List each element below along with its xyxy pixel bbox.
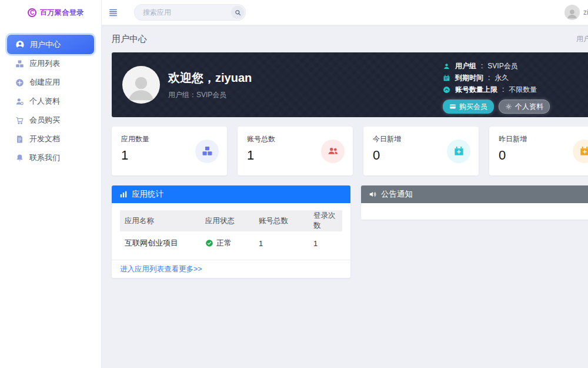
- users-icon: [321, 140, 345, 163]
- hero-avatar: [122, 66, 160, 104]
- check-circle-icon: [205, 239, 213, 247]
- cart-icon: [15, 116, 24, 125]
- panel-title: 应用统计: [132, 189, 163, 200]
- sidebar-item-app-list[interactable]: 应用列表: [0, 54, 101, 73]
- profile-button[interactable]: 个人资料: [499, 100, 550, 114]
- arrow-up-circle-icon: [443, 86, 450, 94]
- view-more-link[interactable]: 进入应用列表查看更多>>: [120, 264, 202, 274]
- document-icon: [15, 135, 24, 144]
- sidebar-item-label: 个人资料: [29, 96, 60, 107]
- table-row: 互联网创业项目 正常 1: [120, 231, 342, 255]
- info-separator: :: [488, 74, 490, 82]
- calendar-icon: [443, 74, 450, 82]
- info-label: 用户组: [455, 61, 476, 71]
- sidebar-item-docs[interactable]: 开发文档: [0, 130, 101, 148]
- app-stats-table-wrap: 应用名称 应用状态 账号总数 登录次数 互联网创业项目: [112, 203, 350, 260]
- app-stats-header: 应用统计: [112, 185, 350, 203]
- app-status-cell: 正常: [201, 231, 254, 255]
- info-row-account-limit: 账号数量上限 : 不限数量: [443, 84, 550, 95]
- hero-texts: 欢迎您，ziyuan 用户组：SVIP会员: [168, 70, 252, 100]
- info-value: 不限数量: [509, 85, 537, 95]
- info-value: SVIP会员: [487, 61, 517, 71]
- brand-logo[interactable]: C 百万聚合登录: [0, 0, 101, 25]
- stat-card-account-total: 账号总数 1: [238, 127, 353, 175]
- hero-buttons: 购买会员 个人资料: [443, 100, 550, 114]
- page-header: 用户中心 用户中心: [112, 25, 588, 52]
- sidebar-item-create-app[interactable]: 创建应用: [0, 73, 101, 92]
- navbar-user-menu[interactable]: ziyuan: [564, 0, 588, 25]
- user-gear-icon: [15, 97, 24, 106]
- table-header-row: 应用名称 应用状态 账号总数 登录次数: [120, 210, 342, 231]
- sidebar-item-membership[interactable]: 会员购买: [0, 111, 101, 130]
- cubes-icon: [15, 59, 24, 68]
- stat-card-app-count: 应用数量 1: [112, 127, 227, 175]
- search-button[interactable]: [231, 6, 244, 19]
- sidebar-item-label: 会员购买: [29, 115, 60, 125]
- brand-name: 百万聚合登录: [40, 8, 84, 18]
- top-navbar: ziyuan: [101, 0, 588, 25]
- column-header: 应用状态: [201, 210, 254, 231]
- hamburger-menu-icon[interactable]: [108, 8, 118, 18]
- page-content: 用户中心 用户中心 欢迎您，ziyuan 用户组：SVIP会员 用户组 : SV…: [101, 25, 588, 278]
- user-circle-icon: [15, 40, 25, 49]
- welcome-message: 欢迎您，ziyuan: [168, 70, 252, 86]
- button-label: 购买会员: [459, 102, 487, 112]
- membership-info: 用户组 : SVIP会员 到期时间 : 永久 账号数量上限 : 不限数量: [443, 60, 550, 114]
- app-stats-panel: 应用统计 应用名称 应用状态 账号总数 登录次数: [112, 185, 350, 278]
- account-count-cell: 1: [254, 231, 309, 255]
- sidebar-item-label: 创建应用: [29, 77, 60, 88]
- stat-card-new-today: 今日新增 0: [363, 127, 479, 175]
- sidebar-item-label: 用户中心: [30, 39, 61, 50]
- stat-label: 昨日新增: [499, 134, 588, 144]
- usergroup-caption: 用户组：SVIP会员: [168, 90, 252, 100]
- info-label: 账号数量上限: [455, 85, 497, 95]
- app-name-cell: 互联网创业项目: [120, 231, 201, 255]
- bottom-panels: 应用统计 应用名称 应用状态 账号总数 登录次数: [112, 185, 588, 278]
- stat-cards: 应用数量 1 账号总数 1 今日新增 0 昨日: [112, 127, 588, 175]
- navbar-username: ziyuan: [583, 8, 588, 16]
- sidebar-item-contact[interactable]: 联系我们: [0, 148, 101, 167]
- gear-icon: [505, 103, 512, 110]
- stat-card-new-yesterday: 昨日新增 0: [489, 127, 588, 175]
- column-header: 应用名称: [120, 210, 201, 231]
- welcome-banner: 欢迎您，ziyuan 用户组：SVIP会员 用户组 : SVIP会员 到期时间 …: [112, 52, 588, 117]
- calendar-plus-icon: [447, 140, 470, 163]
- sidebar: C 百万聚合登录 用户中心 应用列表 创建应用 个人资料: [0, 0, 102, 368]
- user-avatar: [564, 5, 580, 20]
- speaker-icon: [369, 190, 377, 198]
- bar-chart-icon: [119, 190, 128, 198]
- sidebar-item-label: 联系我们: [29, 152, 60, 163]
- notice-panel: 公告通知: [361, 185, 588, 220]
- sidebar-item-profile[interactable]: 个人资料: [0, 92, 101, 111]
- card-icon: [449, 103, 456, 110]
- info-separator: :: [502, 85, 504, 94]
- brand-c-icon: C: [28, 8, 36, 17]
- info-label: 到期时间: [455, 73, 483, 83]
- status-text: 正常: [216, 238, 232, 248]
- main-area: ziyuan 用户中心 用户中心 欢迎您，ziyuan 用户组：SVIP会员 用…: [101, 0, 588, 368]
- breadcrumb: 用户中心: [576, 34, 588, 44]
- bell-icon: [15, 154, 24, 163]
- cubes-icon: [195, 140, 219, 163]
- info-separator: :: [481, 62, 483, 70]
- app-stats-footer: 进入应用列表查看更多>>: [112, 260, 350, 278]
- buy-membership-button[interactable]: 购买会员: [443, 100, 494, 114]
- column-header: 登录次数: [309, 210, 342, 231]
- login-count-cell: 1: [309, 231, 342, 255]
- button-label: 个人资料: [515, 102, 543, 112]
- app-stats-table: 应用名称 应用状态 账号总数 登录次数 互联网创业项目: [120, 210, 342, 255]
- notice-body: [361, 203, 588, 220]
- app-search: [134, 4, 246, 21]
- panel-title: 公告通知: [381, 189, 413, 200]
- notice-header: 公告通知: [361, 185, 588, 203]
- info-row-usergroup: 用户组 : SVIP会员: [443, 60, 550, 72]
- info-row-expiry: 到期时间 : 永久: [443, 72, 550, 84]
- sidebar-item-label: 开发文档: [29, 134, 60, 144]
- user-icon: [443, 62, 450, 70]
- plus-circle-icon: [15, 78, 24, 87]
- info-value: 永久: [495, 73, 509, 83]
- sidebar-item-label: 应用列表: [29, 58, 60, 69]
- sidebar-menu: 用户中心 应用列表 创建应用 个人资料 会员购买: [0, 35, 101, 167]
- sidebar-item-user-center[interactable]: 用户中心: [7, 35, 94, 54]
- page-title: 用户中心: [112, 34, 147, 45]
